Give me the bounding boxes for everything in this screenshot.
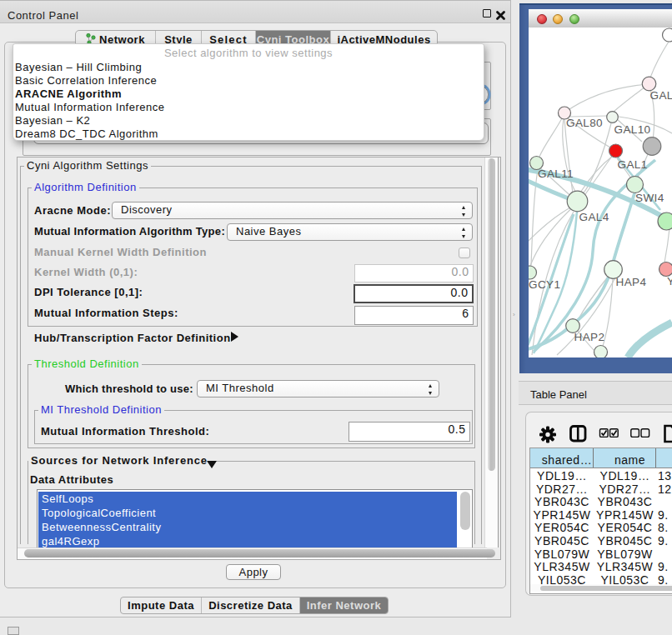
- svg-text:HAP4: HAP4: [616, 276, 647, 288]
- svg-text:GAL1: GAL1: [618, 158, 648, 171]
- svg-text:HAP2: HAP2: [574, 331, 605, 343]
- svg-text:Y: Y: [667, 275, 672, 288]
- svg-text:GCY1: GCY1: [529, 278, 560, 291]
- svg-text:GAL80: GAL80: [566, 117, 603, 129]
- svg-text:GAL10: GAL10: [614, 123, 651, 136]
- svg-text:GAL4: GAL4: [579, 211, 609, 223]
- svg-text:GAL11: GAL11: [538, 168, 574, 180]
- svg-text:SWI4: SWI4: [635, 192, 664, 204]
- svg-text:GAL: GAL: [650, 89, 672, 102]
